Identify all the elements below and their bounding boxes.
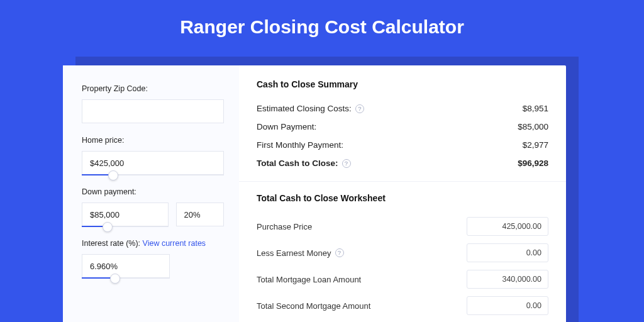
worksheet-row-earnest: Less Earnest Money ? [257, 240, 548, 266]
summary-label: Down Payment: [257, 122, 316, 131]
view-rates-link[interactable]: View current rates [143, 239, 206, 248]
calculator-card: Property Zip Code: Home price: Down paym… [63, 65, 566, 322]
worksheet-label: Total Mortgage Loan Amount [257, 275, 361, 284]
worksheet-row-second-mortgage: Total Second Mortgage Amount [257, 292, 548, 319]
down-payment-input[interactable] [82, 203, 169, 226]
results-panel: Cash to Close Summary Estimated Closing … [239, 65, 566, 322]
worksheet-input-loan-amount[interactable] [467, 270, 548, 289]
worksheet-input-earnest[interactable] [467, 243, 548, 262]
summary-value: $8,951 [523, 104, 548, 113]
worksheet-input-second-mortgage[interactable] [467, 296, 548, 315]
summary-row-down-payment: Down Payment: $85,000 [257, 118, 548, 136]
rate-slider-thumb[interactable] [110, 274, 120, 284]
summary-label: Estimated Closing Costs: [257, 104, 352, 113]
worksheet-label: Total Second Mortgage Amount [257, 301, 370, 311]
summary-total-label: Total Cash to Close: [257, 158, 338, 168]
worksheet-label: Purchase Price [257, 222, 312, 231]
help-icon[interactable]: ? [355, 104, 364, 113]
rate-label: Interest rate (%): [82, 239, 140, 248]
worksheet-label: Less Earnest Money [257, 248, 331, 258]
help-icon[interactable]: ? [335, 248, 344, 257]
zip-input[interactable] [82, 99, 224, 123]
down-payment-slider-thumb[interactable] [103, 222, 113, 232]
summary-value: $85,000 [518, 122, 548, 131]
summary-label: First Monthly Payment: [257, 140, 343, 150]
worksheet-input-purchase-price[interactable] [467, 217, 548, 236]
down-payment-label: Down payment: [82, 187, 224, 196]
home-price-input[interactable] [82, 151, 224, 175]
zip-label: Property Zip Code: [82, 84, 224, 93]
inputs-panel: Property Zip Code: Home price: Down paym… [63, 65, 239, 322]
summary-row-total: Total Cash to Close: ? $96,928 [257, 154, 548, 172]
down-payment-pct-input[interactable] [176, 203, 224, 226]
page-title: Ranger Closing Cost Calculator [0, 0, 644, 52]
section-divider [239, 181, 566, 182]
worksheet-row-loan-amount: Total Mortgage Loan Amount [257, 266, 548, 292]
rate-input[interactable] [82, 254, 170, 278]
summary-row-first-payment: First Monthly Payment: $2,977 [257, 136, 548, 154]
help-icon[interactable]: ? [342, 159, 351, 168]
worksheet-row-purchase-price: Purchase Price [257, 213, 548, 240]
worksheet-heading: Total Cash to Close Worksheet [257, 193, 548, 203]
home-price-label: Home price: [82, 136, 224, 145]
summary-total-value: $96,928 [518, 158, 548, 168]
rate-label-row: Interest rate (%): View current rates [82, 239, 224, 248]
summary-value: $2,977 [523, 140, 548, 150]
summary-row-closing-costs: Estimated Closing Costs: ? $8,951 [257, 99, 548, 118]
home-price-slider-thumb[interactable] [108, 170, 118, 180]
summary-heading: Cash to Close Summary [257, 79, 548, 89]
